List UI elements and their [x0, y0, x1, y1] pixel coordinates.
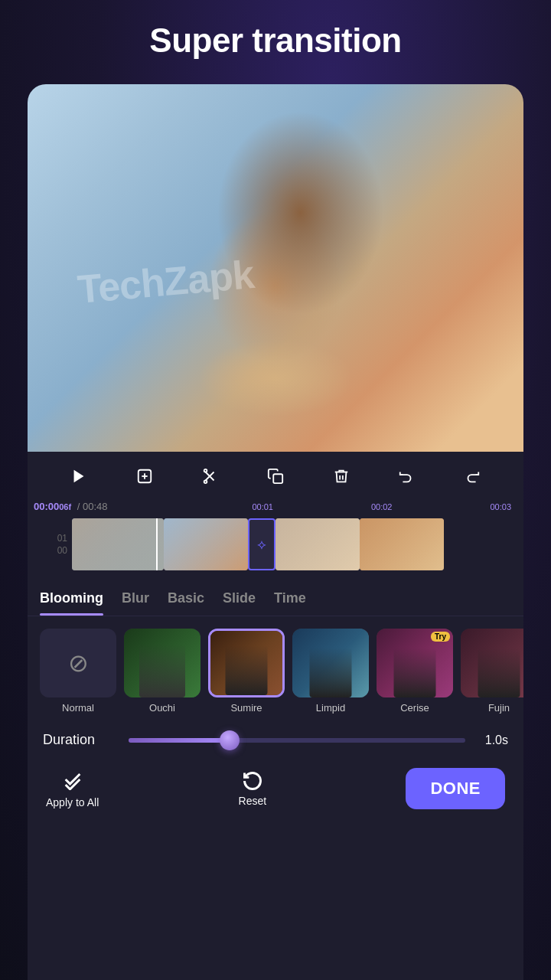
- transition-icon: ⟡: [257, 537, 266, 553]
- time-separator: /: [74, 501, 83, 512]
- apply-icon: [62, 769, 83, 793]
- reset-icon: [242, 770, 263, 792]
- apply-to-all-button[interactable]: Apply to All: [46, 769, 99, 808]
- bottom-bar: Apply to All Reset DONE: [28, 760, 523, 822]
- effect-limpid-thumb: [292, 629, 369, 697]
- video-preview: TechZapk: [28, 84, 523, 452]
- effect-cerise-thumb: Try: [377, 629, 453, 697]
- clip-3[interactable]: [276, 518, 360, 570]
- total-time: 00:48: [83, 501, 108, 512]
- svg-point-5: [204, 469, 207, 472]
- effect-fujin-label: Fujin: [488, 702, 510, 714]
- duration-slider[interactable]: [129, 738, 465, 743]
- svg-marker-0: [73, 470, 83, 483]
- effect-cerise-label: Cerise: [400, 702, 429, 714]
- ts-mark-3: 00:03: [490, 502, 511, 511]
- transition-marker[interactable]: ⟡: [248, 518, 276, 570]
- undo-button[interactable]: [390, 459, 423, 493]
- ts-mark-1: 00:01: [252, 502, 273, 511]
- tab-blooming[interactable]: Blooming: [40, 590, 103, 616]
- timeline-clips: ⟡: [72, 518, 517, 570]
- delete-button[interactable]: [324, 459, 358, 493]
- tab-slide[interactable]: Slide: [223, 590, 256, 616]
- ts-mark-2: 00:02: [371, 502, 393, 511]
- copy-button[interactable]: [259, 459, 292, 493]
- duration-value: 1.0s: [474, 733, 508, 747]
- duration-row: Duration 1.0s: [28, 720, 523, 760]
- current-time: 00:0006f: [34, 501, 71, 512]
- apply-to-all-label: Apply to All: [46, 796, 99, 808]
- timeline-area: 00:0006f / 00:48 00:01 00:02 00:03 01 00: [28, 501, 523, 581]
- cut-button[interactable]: [193, 459, 227, 493]
- no-effect-icon: ⊘: [68, 648, 89, 678]
- toolbar: [28, 452, 523, 501]
- add-clip-button[interactable]: [128, 459, 161, 493]
- effect-ouchi-label: Ouchi: [149, 702, 175, 714]
- effect-ouchi-thumb: [124, 629, 201, 697]
- timeline-row[interactable]: 01 00 ⟡: [28, 514, 523, 575]
- slider-thumb[interactable]: [220, 730, 240, 750]
- tab-time[interactable]: Time: [274, 590, 306, 616]
- tab-basic[interactable]: Basic: [168, 590, 204, 616]
- clip-2[interactable]: [164, 518, 248, 570]
- done-button[interactable]: DONE: [406, 768, 505, 809]
- redo-button[interactable]: [455, 459, 489, 493]
- effect-limpid[interactable]: Limpid: [292, 629, 369, 714]
- effect-cerise[interactable]: Try Cerise: [377, 629, 453, 714]
- effect-sumire-thumb: [208, 629, 285, 697]
- main-card: TechZapk: [28, 84, 523, 980]
- effects-row: ⊘ Normal Ouchi Sumire Lim: [28, 616, 523, 720]
- effect-sumire-label: Sumire: [230, 702, 262, 714]
- effect-normal-thumb: ⊘: [40, 629, 116, 697]
- tabs-bar: Blooming Blur Basic Slide Time: [28, 581, 523, 616]
- duration-label: Duration: [43, 732, 119, 748]
- reset-label: Reset: [239, 795, 267, 807]
- effect-normal-label: Normal: [62, 702, 94, 714]
- effect-ouchi[interactable]: Ouchi: [124, 629, 201, 714]
- svg-point-4: [204, 481, 207, 484]
- tab-blur[interactable]: Blur: [122, 590, 149, 616]
- reset-button[interactable]: Reset: [239, 770, 267, 807]
- svg-rect-8: [273, 474, 282, 483]
- slider-fill: [129, 738, 230, 743]
- effect-sumire[interactable]: Sumire: [208, 629, 285, 714]
- clip-1[interactable]: [72, 518, 164, 570]
- page-title: Super transition: [0, 21, 551, 60]
- clip-4[interactable]: [360, 518, 444, 570]
- slider-track: [129, 738, 465, 743]
- effect-limpid-label: Limpid: [316, 702, 345, 714]
- effect-normal[interactable]: ⊘ Normal: [40, 629, 116, 714]
- effect-fujin-thumb: [461, 629, 523, 697]
- effect-fujin[interactable]: Fujin: [461, 629, 523, 714]
- play-button[interactable]: [62, 459, 96, 493]
- timeline-cursor: [156, 518, 158, 570]
- try-badge-cerise: Try: [431, 632, 450, 642]
- timeline-counter: 01 00: [34, 533, 67, 556]
